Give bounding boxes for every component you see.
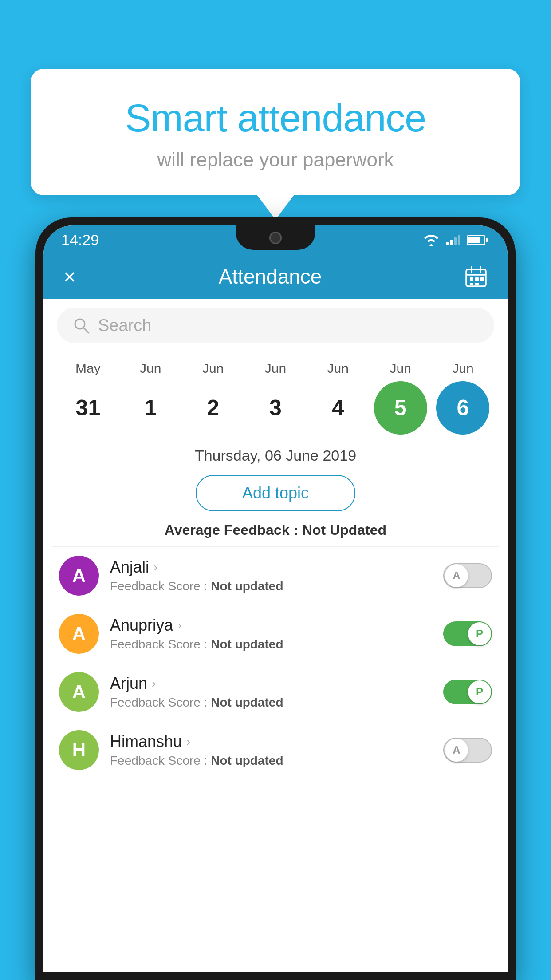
svg-rect-8 xyxy=(475,283,479,285)
search-placeholder: Search xyxy=(98,316,151,335)
add-topic-button[interactable]: Add topic xyxy=(196,475,355,511)
attendance-toggle-himanshu[interactable]: A xyxy=(443,738,492,763)
speech-bubble: Smart attendance will replace your paper… xyxy=(31,69,520,195)
svg-rect-7 xyxy=(470,283,473,285)
calendar-icon[interactable] xyxy=(464,265,488,288)
cal-date-31[interactable]: 31 xyxy=(61,381,114,435)
feedback-value-anjali: Not updated xyxy=(211,579,283,593)
student-info-anjali: Anjali › Feedback Score : Not updated xyxy=(110,558,432,593)
cal-month-6: Jun xyxy=(436,361,489,376)
avatar-arjun: A xyxy=(59,672,99,712)
attendance-toggle-arjun[interactable]: P xyxy=(443,680,492,704)
status-time: 14:29 xyxy=(61,231,99,249)
student-feedback-anupriya: Feedback Score : Not updated xyxy=(110,637,432,652)
cal-date-1[interactable]: 1 xyxy=(124,381,177,435)
student-name-arjun[interactable]: Arjun › xyxy=(110,674,432,693)
student-info-himanshu: Himanshu › Feedback Score : Not updated xyxy=(110,732,432,768)
toggle-knob-anupriya: P xyxy=(468,622,491,645)
student-feedback-himanshu: Feedback Score : Not updated xyxy=(110,754,432,768)
cal-month-2: Jun xyxy=(186,361,240,376)
avg-feedback-label: Average Feedback : xyxy=(165,522,302,538)
student-info-arjun: Arjun › Feedback Score : Not updated xyxy=(110,674,432,710)
svg-rect-6 xyxy=(480,277,484,281)
feedback-value-anupriya: Not updated xyxy=(211,637,283,651)
avatar-anupriya: A xyxy=(59,614,99,654)
cal-month-1: Jun xyxy=(124,361,177,376)
avg-feedback-value: Not Updated xyxy=(302,522,386,538)
cal-month-0: May xyxy=(61,361,114,376)
app-header: × Attendance xyxy=(43,254,508,299)
svg-line-10 xyxy=(83,328,89,333)
speech-bubble-container: Smart attendance will replace your paper… xyxy=(31,69,520,195)
selected-date: Thursday, 06 June 2019 xyxy=(43,439,508,469)
front-camera xyxy=(269,232,282,244)
attendance-toggle-anupriya[interactable]: P xyxy=(443,621,492,646)
calendar-months: May Jun Jun Jun Jun Jun Jun xyxy=(57,361,494,376)
chevron-icon-himanshu: › xyxy=(186,735,190,749)
calendar-strip: May Jun Jun Jun Jun Jun Jun 31 1 2 3 4 5… xyxy=(43,352,508,439)
student-item-himanshu: H Himanshu › Feedback Score : Not update… xyxy=(52,721,499,779)
toggle-knob-anjali: A xyxy=(445,564,468,587)
wifi-icon xyxy=(423,234,440,246)
avatar-anjali: A xyxy=(59,556,99,596)
phone-notch xyxy=(236,225,315,250)
avatar-himanshu: H xyxy=(59,730,99,770)
toggle-knob-himanshu: A xyxy=(445,739,468,762)
cal-date-6-selected[interactable]: 6 xyxy=(436,381,489,435)
phone-inner: 14:29 × Attendance xyxy=(43,225,508,972)
cal-month-3: Jun xyxy=(249,361,302,376)
chevron-icon-anupriya: › xyxy=(177,618,181,632)
student-item-arjun: A Arjun › Feedback Score : Not updated P xyxy=(52,663,499,721)
search-bar[interactable]: Search xyxy=(57,308,494,343)
student-feedback-anjali: Feedback Score : Not updated xyxy=(110,579,432,593)
status-icons xyxy=(423,234,485,246)
signal-icon xyxy=(446,235,460,245)
cal-month-4: Jun xyxy=(311,361,365,376)
cal-month-5: Jun xyxy=(374,361,427,376)
bubble-title: Smart attendance xyxy=(62,95,489,141)
attendance-toggle-anjali[interactable]: A xyxy=(443,563,492,588)
feedback-value-arjun: Not updated xyxy=(211,695,283,709)
phone-frame: 14:29 × Attendance xyxy=(35,217,516,980)
student-list: A Anjali › Feedback Score : Not updated … xyxy=(43,546,508,779)
cal-date-4[interactable]: 4 xyxy=(311,381,365,435)
cal-date-5-today[interactable]: 5 xyxy=(374,381,427,435)
search-icon xyxy=(72,316,90,334)
cal-date-3[interactable]: 3 xyxy=(249,381,302,435)
bubble-subtitle: will replace your paperwork xyxy=(62,149,489,171)
chevron-icon-anjali: › xyxy=(153,560,157,574)
student-feedback-arjun: Feedback Score : Not updated xyxy=(110,695,432,710)
chevron-icon-arjun: › xyxy=(152,676,156,691)
avg-feedback: Average Feedback : Not Updated xyxy=(43,518,508,546)
svg-rect-5 xyxy=(475,277,479,281)
student-name-anjali[interactable]: Anjali › xyxy=(110,558,432,577)
calendar-dates: 31 1 2 3 4 5 6 xyxy=(57,381,494,435)
student-name-himanshu[interactable]: Himanshu › xyxy=(110,732,432,751)
student-name-anupriya[interactable]: Anupriya › xyxy=(110,616,432,635)
battery-icon xyxy=(467,235,485,245)
feedback-value-himanshu: Not updated xyxy=(211,754,283,767)
student-item-anupriya: A Anupriya › Feedback Score : Not update… xyxy=(52,605,499,663)
header-title: Attendance xyxy=(219,265,322,288)
close-button[interactable]: × xyxy=(63,265,76,289)
cal-date-2[interactable]: 2 xyxy=(186,381,240,435)
toggle-knob-arjun: P xyxy=(468,680,491,703)
student-item-anjali: A Anjali › Feedback Score : Not updated … xyxy=(52,546,499,605)
student-info-anupriya: Anupriya › Feedback Score : Not updated xyxy=(110,616,432,652)
svg-rect-4 xyxy=(470,277,473,281)
